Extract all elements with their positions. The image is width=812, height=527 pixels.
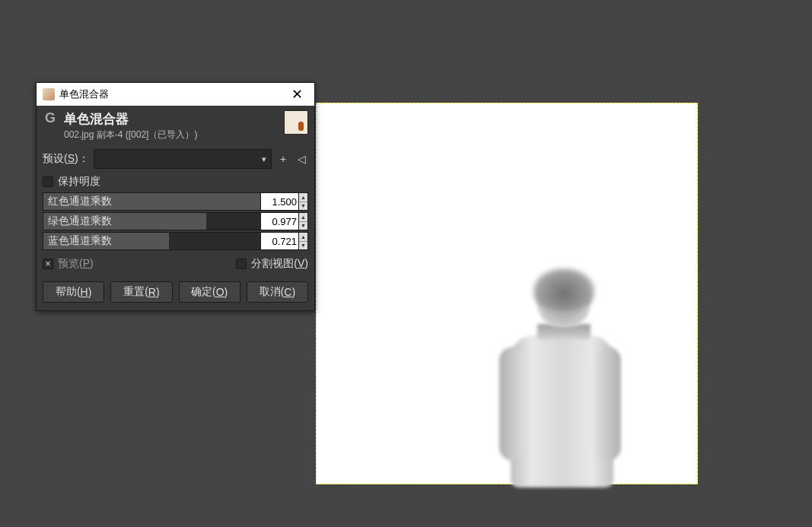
split-view-checkbox[interactable]	[236, 259, 247, 269]
reset-button[interactable]: 重置(R)	[110, 281, 172, 303]
blue-multiplier-label: 蓝色通道乘数	[43, 234, 116, 248]
close-icon[interactable]: ✕	[285, 84, 308, 105]
keep-luminosity-label: 保持明度	[58, 175, 100, 189]
options-row: 预览(P) 分割视图(V)	[37, 251, 314, 277]
chevron-down-icon: ▾	[262, 154, 266, 164]
preset-label: 预设(S)：	[43, 152, 89, 166]
dialog-title: 单色混合器	[64, 110, 278, 128]
green-multiplier-label: 绿色通道乘数	[43, 214, 116, 228]
spinner-down-icon[interactable]: ▼	[299, 222, 307, 230]
green-multiplier-slider[interactable]: 绿色通道乘数	[43, 212, 261, 230]
red-multiplier-slider[interactable]: 红色通道乘数	[43, 192, 261, 211]
spinner-down-icon[interactable]: ▼	[299, 202, 307, 211]
keep-luminosity-row[interactable]: 保持明度	[37, 172, 314, 192]
blue-multiplier-row: 蓝色通道乘数 0.721 ▲▼	[37, 231, 314, 251]
add-preset-button[interactable]: +	[276, 152, 290, 166]
preview-checkbox[interactable]	[43, 259, 53, 269]
green-multiplier-spinner[interactable]: ▲▼	[299, 212, 308, 230]
spinner-up-icon[interactable]: ▲	[299, 213, 307, 222]
green-multiplier-row: 绿色通道乘数 0.977 ▲▼	[37, 211, 314, 231]
preset-menu-button[interactable]: ◁	[295, 152, 308, 166]
cancel-button[interactable]: 取消(C)	[247, 281, 308, 303]
help-button[interactable]: 帮助(H)	[43, 281, 104, 303]
dialog-subtitle: 002.jpg 副本-4 ([002]（已导入）)	[64, 129, 278, 141]
dialog-header: G 单色混合器 002.jpg 副本-4 ([002]（已导入）)	[37, 106, 314, 146]
blue-multiplier-value[interactable]: 0.721	[261, 232, 299, 250]
app-icon	[43, 88, 55, 100]
gimp-icon: G	[43, 110, 58, 125]
preset-dropdown[interactable]: ▾	[94, 149, 272, 169]
red-multiplier-spinner[interactable]: ▲▼	[299, 192, 308, 211]
split-view-label: 分割视图(V)	[251, 257, 308, 271]
preview-toggle[interactable]: 预览(P)	[43, 257, 94, 271]
split-view-toggle[interactable]: 分割视图(V)	[236, 257, 308, 271]
ok-button[interactable]: 确定(O)	[179, 281, 240, 303]
canvas-area[interactable]	[316, 103, 698, 484]
red-multiplier-row: 红色通道乘数 1.500 ▲▼	[37, 192, 314, 211]
spinner-up-icon[interactable]: ▲	[299, 193, 307, 202]
titlebar[interactable]: 单色混合器 ✕	[37, 83, 314, 106]
preset-row: 预设(S)： ▾ + ◁	[37, 146, 314, 172]
image-thumbnail	[284, 110, 308, 135]
green-multiplier-value[interactable]: 0.977	[261, 212, 299, 230]
blue-multiplier-slider[interactable]: 蓝色通道乘数	[43, 232, 261, 250]
spinner-up-icon[interactable]: ▲	[299, 233, 307, 242]
red-multiplier-label: 红色通道乘数	[43, 195, 116, 208]
window-title: 单色混合器	[59, 87, 285, 101]
button-row: 帮助(H) 重置(R) 确定(O) 取消(C)	[37, 277, 314, 310]
mono-mixer-dialog: 单色混合器 ✕ G 单色混合器 002.jpg 副本-4 ([002]（已导入）…	[36, 82, 315, 311]
blue-multiplier-spinner[interactable]: ▲▼	[299, 232, 308, 250]
spinner-down-icon[interactable]: ▼	[299, 242, 307, 250]
keep-luminosity-checkbox[interactable]	[43, 176, 53, 187]
red-multiplier-value[interactable]: 1.500	[261, 192, 299, 211]
canvas-image-content	[492, 275, 629, 487]
preview-label: 预览(P)	[58, 257, 94, 271]
